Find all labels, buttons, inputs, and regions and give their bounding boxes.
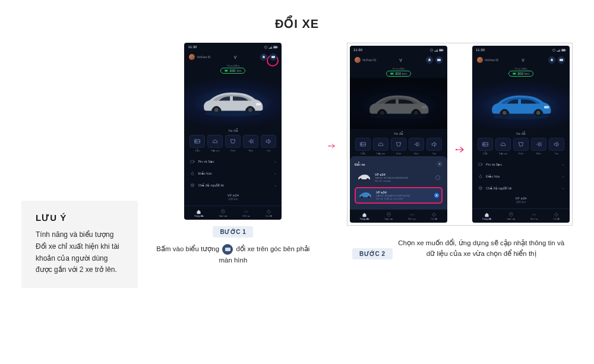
car-stage bbox=[472, 78, 570, 129]
control-button[interactable] bbox=[243, 135, 258, 148]
avatar[interactable] bbox=[189, 54, 195, 60]
nav-item[interactable]: Cài đặt bbox=[266, 209, 272, 217]
svg-point-18 bbox=[267, 210, 270, 213]
car-thumb bbox=[358, 191, 372, 200]
nav-icon bbox=[386, 212, 391, 217]
menu-item[interactable]: Điều hòa › bbox=[472, 170, 570, 182]
phone-step2b: 11:30 VinFast ID V Năng lượng 300km bbox=[472, 46, 570, 223]
note-text: Tính năng và biểu tượng Đổi xe chỉ xuất … bbox=[36, 229, 124, 276]
chevron-right-icon: › bbox=[274, 160, 276, 163]
control-button[interactable] bbox=[531, 138, 546, 151]
range-box: Năng lượng 300km bbox=[350, 66, 447, 78]
chevron-right-icon: › bbox=[563, 175, 564, 178]
control-label: Đèn bbox=[414, 152, 418, 155]
svg-point-15 bbox=[191, 183, 194, 186]
statusbar: 11:30 bbox=[350, 46, 447, 54]
control-button[interactable] bbox=[373, 138, 388, 151]
nav-item[interactable]: Dịch vụ bbox=[408, 212, 416, 220]
control-label: Cửa bbox=[483, 152, 488, 155]
menu-item[interactable]: Pin và Sạc › bbox=[472, 159, 570, 170]
nav-item[interactable]: Dịch vụ bbox=[530, 212, 538, 220]
menu-label: Pin và Sạc bbox=[198, 160, 214, 163]
control-button[interactable] bbox=[409, 138, 424, 151]
range-box: Năng lượng 300km bbox=[472, 66, 570, 78]
control-Còi: Còi bbox=[261, 135, 276, 152]
control-label: Kính bbox=[519, 152, 523, 155]
range-pill: 300km bbox=[220, 68, 245, 74]
nav-item[interactable]: Trang đầu bbox=[360, 212, 369, 220]
vinfast-logo-icon: V bbox=[522, 58, 525, 62]
svg-rect-22 bbox=[440, 49, 443, 50]
nav-icon bbox=[362, 212, 367, 217]
radio-icon[interactable] bbox=[435, 175, 440, 180]
statusbar: 11:30 bbox=[472, 46, 570, 54]
range-pill: 300km bbox=[508, 71, 533, 77]
svg-point-60 bbox=[480, 188, 481, 189]
radio-icon[interactable] bbox=[434, 193, 439, 198]
nav-item[interactable]: Trạm sạc bbox=[384, 212, 393, 220]
nav-item[interactable]: Dịch vụ bbox=[242, 209, 250, 217]
svg-rect-3 bbox=[277, 46, 278, 47]
control-button[interactable] bbox=[426, 138, 442, 151]
car-option[interactable]: VF e34 Số VIN: RPXAE2F21MFC00263 Vai trò… bbox=[355, 187, 443, 204]
avatar[interactable] bbox=[355, 57, 361, 63]
nav-item[interactable]: Cài đặt bbox=[431, 212, 437, 220]
nav-label: Trạm sạc bbox=[219, 215, 228, 217]
car-footer: VF e34 100 km bbox=[184, 191, 282, 205]
car-option-role: Vai trò: Lái phụ bbox=[375, 179, 432, 182]
svg-point-19 bbox=[328, 145, 330, 147]
navbar: Trang đầu Trạm sạc Dịch vụ Cài đặt bbox=[350, 208, 447, 223]
nav-label: Trang đầu bbox=[482, 218, 492, 220]
avatar[interactable] bbox=[477, 57, 483, 63]
step1-badge: BƯỚC 1 bbox=[213, 226, 253, 238]
menu-item[interactable]: Điều hòa › bbox=[184, 167, 282, 179]
step1-text: Bấm vào biểu tượng đổi xe trên góc bên p… bbox=[150, 243, 317, 265]
control-button[interactable] bbox=[391, 138, 406, 151]
notification-icon[interactable] bbox=[426, 56, 433, 64]
swap-car-icon[interactable] bbox=[435, 56, 443, 64]
control-button[interactable] bbox=[189, 135, 205, 148]
car-option[interactable]: VF e34 Số VIN: RPXAE4F44M0000068 Vai trò… bbox=[355, 170, 443, 185]
vinfast-logo-icon: V bbox=[399, 58, 403, 62]
swap-car-icon[interactable] bbox=[558, 56, 565, 64]
nav-label: Cài đặt bbox=[431, 218, 437, 220]
control-Đèn: Đèn bbox=[243, 135, 258, 152]
control-button[interactable] bbox=[225, 135, 241, 148]
nav-item[interactable]: Trạm sạc bbox=[219, 209, 228, 217]
arrow-icon bbox=[328, 144, 335, 148]
menu-icon bbox=[478, 162, 483, 167]
car-stage bbox=[350, 78, 447, 129]
notification-icon[interactable] bbox=[548, 56, 555, 64]
control-button[interactable] bbox=[478, 138, 493, 151]
control-button[interactable] bbox=[513, 138, 529, 151]
car-status: Xe đỗ bbox=[350, 129, 447, 138]
menu-item[interactable]: Pin và Sạc › bbox=[184, 156, 282, 167]
control-label: Còi bbox=[267, 149, 270, 152]
control-Đèn: Đèn bbox=[531, 138, 546, 155]
svg-rect-49 bbox=[513, 73, 516, 74]
menu-item[interactable]: Chế độ người lái › bbox=[472, 182, 570, 194]
menu-item[interactable]: Chế độ người lái › bbox=[184, 179, 282, 191]
control-button[interactable] bbox=[549, 138, 564, 151]
control-button[interactable] bbox=[207, 135, 223, 148]
svg-point-28 bbox=[380, 110, 384, 115]
nav-item[interactable]: Trang đầu bbox=[482, 212, 492, 220]
nav-item[interactable]: Trang đầu bbox=[194, 209, 204, 217]
close-icon[interactable]: × bbox=[437, 161, 443, 167]
svg-rect-55 bbox=[544, 106, 549, 108]
control-button[interactable] bbox=[261, 135, 276, 148]
menu-icon bbox=[190, 183, 195, 188]
nav-item[interactable]: Trạm sạc bbox=[507, 212, 516, 220]
range-value: 300 bbox=[395, 72, 401, 75]
control-button[interactable] bbox=[495, 138, 511, 151]
control-label: Cửa bbox=[361, 152, 365, 155]
svg-rect-23 bbox=[443, 49, 444, 50]
step2-text: Chọn xe muốn đổi, ứng dụng sẽ cập nhật t… bbox=[395, 238, 567, 259]
range-pill: 300km bbox=[386, 71, 411, 77]
nav-item[interactable]: Cài đặt bbox=[553, 212, 560, 220]
control-button[interactable] bbox=[355, 138, 371, 151]
nav-label: Cài đặt bbox=[266, 215, 272, 217]
svg-point-40 bbox=[366, 178, 369, 181]
chevron-right-icon: › bbox=[563, 163, 564, 166]
control-Kính: Kính bbox=[391, 138, 406, 155]
